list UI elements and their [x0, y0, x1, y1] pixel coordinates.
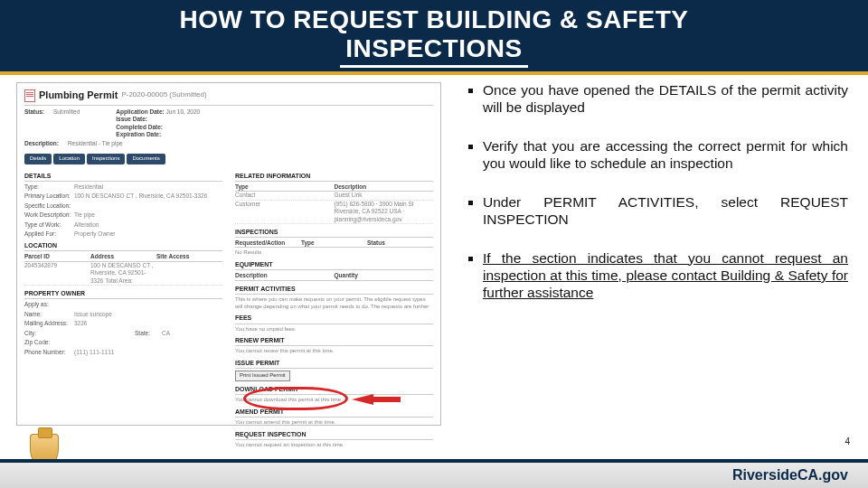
col-equip-qty: Quantity: [335, 272, 434, 279]
location-row: 2045342879100 N DESCANSO CT , Riverside,…: [24, 262, 222, 286]
col-parcel: Parcel ID: [24, 253, 90, 260]
fees-note: You have no unpaid fees.: [235, 326, 433, 333]
type-of-work-value: Alteration: [74, 221, 222, 229]
document-icon: [24, 89, 35, 102]
issue-permit-header: ISSUE PERMIT: [235, 359, 433, 369]
inspections-header: INSPECTIONS: [235, 228, 433, 238]
state-label: State:: [135, 330, 162, 337]
col-address: Address: [90, 253, 156, 260]
specific-location-label: Specific Location:: [24, 202, 74, 210]
applied-for-value: Property Owner: [74, 230, 222, 238]
completed-date-label: Completed Date:: [116, 124, 163, 130]
description-value: Residential - Tie pipe: [68, 140, 123, 147]
equipment-header: EQUIPMENT: [235, 260, 433, 270]
renew-note: You cannot renew this permit at this tim…: [235, 348, 433, 355]
phone-label: Phone Number:: [24, 349, 74, 356]
amend-note: You cannot amend this permit at this tim…: [235, 419, 433, 427]
status-label: Status:: [24, 108, 44, 139]
tab-documents[interactable]: Documents: [127, 154, 165, 164]
renew-permit-header: RENEW PERMIT: [235, 336, 433, 346]
highlight-oval: [243, 387, 348, 410]
page-title: HOW TO REQUEST BUILDING & SAFETY INSPECT…: [0, 5, 868, 68]
col-requested: Requested/Action: [235, 239, 301, 247]
tab-inspections[interactable]: Inspections: [87, 154, 125, 164]
slide-header: HOW TO REQUEST BUILDING & SAFETY INSPECT…: [0, 0, 868, 75]
status-value: Submitted: [53, 108, 80, 139]
zip-label: Zip Code:: [24, 339, 74, 346]
bullet-1: Once you have opened the DETAILS of the …: [483, 82, 848, 117]
description-label: Description:: [24, 140, 59, 147]
specific-location-value: [74, 202, 222, 210]
permit-activities-note: This is where you can make requests on y…: [235, 296, 433, 311]
related-row-1: ContactGuest Link: [235, 192, 433, 200]
issue-date-label: Issue Date:: [116, 116, 147, 122]
col-description: Description: [335, 183, 434, 191]
related-info-header: RELATED INFORMATION: [235, 172, 433, 182]
name-label: Name:: [24, 311, 74, 318]
apply-as-label: Apply as:: [24, 301, 74, 308]
phone-value: (111) 111-1111: [74, 349, 222, 356]
tab-details[interactable]: Details: [24, 154, 52, 164]
app-date-label: Application Date:: [116, 108, 164, 115]
tab-location[interactable]: Location: [53, 154, 85, 164]
col-type: Type: [235, 183, 335, 191]
footer-site: RiversideCA.gov: [732, 467, 848, 483]
col-equip-desc: Description: [235, 272, 335, 279]
tabs: Details Location Inspections Documents: [24, 154, 433, 164]
app-date-value: Jun 10, 2020: [166, 108, 201, 115]
page-number: 4: [844, 436, 850, 446]
state-value: CA: [162, 330, 222, 337]
col-insp-type: Type: [301, 239, 367, 247]
type-value: Residential: [74, 183, 222, 191]
highlight-arrow-icon: [352, 394, 373, 405]
mailing-address-label: Mailing Address:: [24, 320, 74, 327]
name-value: Issue suncope: [74, 311, 222, 318]
bullet-2: Verify that you are accessing the correc…: [483, 138, 848, 173]
applied-for-label: Applied For:: [24, 230, 74, 238]
instruction-bullets: Once you have opened the DETAILS of the …: [441, 82, 852, 426]
amend-permit-header: AMEND PERMIT: [235, 408, 433, 418]
permit-details-screenshot: Plumbing Permit P-2020-00005 (Submitted)…: [16, 82, 441, 426]
mailing-address-value: 3226: [74, 320, 222, 327]
location-header: LOCATION: [24, 241, 222, 251]
type-label: Type:: [24, 183, 74, 191]
city-label: City:: [24, 330, 74, 337]
type-of-work-label: Type of Work:: [24, 221, 74, 229]
expiration-date-label: Expiration Date:: [116, 131, 161, 137]
content-area: Plumbing Permit P-2020-00005 (Submitted)…: [0, 75, 868, 426]
bullet-4-warning: If the section indicates that you cannot…: [483, 250, 848, 302]
fees-header: FEES: [235, 314, 433, 324]
permit-title: Plumbing Permit: [39, 89, 118, 101]
permit-activities-header: PERMIT ACTIVITIES: [235, 285, 433, 295]
inspections-empty: No Results: [235, 249, 433, 257]
work-description-label: Work Description:: [24, 211, 74, 219]
primary-location-value: 100 N DESCANSO CT , Riverside, CA 92501-…: [74, 192, 222, 200]
primary-location-label: Primary Location:: [24, 192, 74, 200]
related-row-2: Customer(951) 826-5800 · 3900 Main St Ri…: [235, 201, 433, 224]
work-description-value: Tie pipe: [74, 211, 222, 219]
details-header: DETAILS: [24, 172, 222, 182]
print-permit-button[interactable]: Print Issued Permit: [235, 371, 290, 381]
footer: 4 CITY OF RIVERSIDE RiversideCA.gov: [0, 437, 868, 488]
property-owner-header: PROPERTY OWNER: [24, 289, 222, 299]
col-site-access: Site Access: [156, 253, 222, 260]
left-column: DETAILS Type:Residential Primary Locatio…: [24, 168, 222, 449]
permit-number: P-2020-00005 (Submitted): [121, 90, 206, 99]
col-insp-status: Status: [367, 239, 433, 247]
bullet-3: Under PERMIT ACTIVITIES, select REQUEST …: [483, 194, 848, 229]
